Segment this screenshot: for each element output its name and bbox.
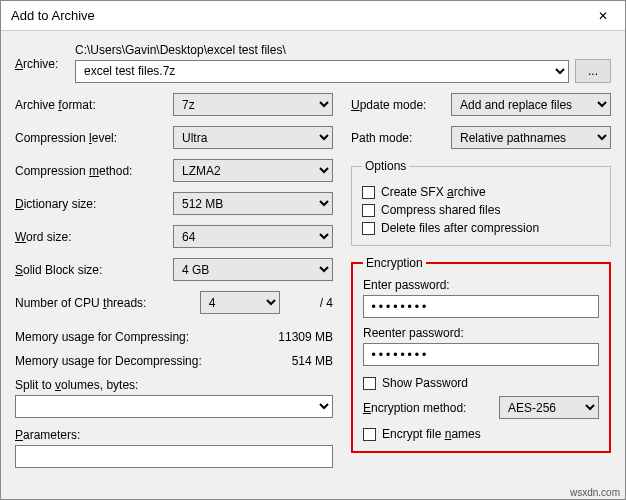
level-label: Compression level: xyxy=(15,131,165,145)
format-select[interactable]: 7z xyxy=(173,93,333,116)
shared-checkbox[interactable] xyxy=(362,204,375,217)
archive-filename-input[interactable]: excel test files.7z xyxy=(75,60,569,83)
cpu-total: / 4 xyxy=(320,296,333,310)
method-label: Compression method: xyxy=(15,164,165,178)
options-group: Options Create SFX archive Compress shar… xyxy=(351,159,611,246)
encryption-group: Encryption Enter password: Reenter passw… xyxy=(351,256,611,453)
show-password-label: Show Password xyxy=(382,376,468,390)
enter-password-label: Enter password: xyxy=(363,278,450,292)
level-select[interactable]: Ultra xyxy=(173,126,333,149)
archive-label: Archive:document.currentScript.previousE… xyxy=(15,43,75,71)
path-select[interactable]: Relative pathnames xyxy=(451,126,611,149)
path-label: Path mode: xyxy=(351,131,441,145)
enc-method-select[interactable]: AES-256 xyxy=(499,396,599,419)
update-label: Update mode: xyxy=(351,98,441,112)
reenter-password-input[interactable] xyxy=(363,343,599,366)
update-select[interactable]: Add and replace files xyxy=(451,93,611,116)
watermark: wsxdn.com xyxy=(570,487,620,498)
close-button[interactable]: ✕ xyxy=(580,1,625,31)
mem-decomp-label: Memory usage for Decompressing: xyxy=(15,354,202,368)
delete-checkbox[interactable] xyxy=(362,222,375,235)
enc-method-label: Encryption method: xyxy=(363,401,466,415)
split-input[interactable] xyxy=(15,395,333,418)
sfx-label: Create SFX archive xyxy=(381,185,486,199)
content-area: Archive:document.currentScript.previousE… xyxy=(1,31,625,499)
sfx-checkbox[interactable] xyxy=(362,186,375,199)
word-label: Word size: xyxy=(15,230,165,244)
show-password-checkbox[interactable] xyxy=(363,377,376,390)
titlebar: Add to Archive ✕ xyxy=(1,1,625,31)
close-icon: ✕ xyxy=(598,9,608,23)
delete-label: Delete files after compression xyxy=(381,221,539,235)
param-label: Parameters: xyxy=(15,428,80,442)
method-select[interactable]: LZMA2 xyxy=(173,159,333,182)
format-label: Archive format: xyxy=(15,98,165,112)
encryption-legend: Encryption xyxy=(363,256,426,270)
browse-label: ... xyxy=(588,64,598,78)
block-select[interactable]: 4 GB xyxy=(173,258,333,281)
reenter-password-label: Reenter password: xyxy=(363,326,464,340)
param-input[interactable] xyxy=(15,445,333,468)
dialog-window: Add to Archive ✕ Archive:document.curren… xyxy=(0,0,626,500)
word-select[interactable]: 64 xyxy=(173,225,333,248)
mem-comp-label: Memory usage for Compressing: xyxy=(15,330,189,344)
encrypt-names-label: Encrypt file names xyxy=(382,427,481,441)
window-title: Add to Archive xyxy=(11,8,95,23)
enter-password-input[interactable] xyxy=(363,295,599,318)
split-label: Split to volumes, bytes: xyxy=(15,378,138,392)
cpu-select[interactable]: 4 xyxy=(200,291,280,314)
cpu-label: Number of CPU threads: xyxy=(15,296,165,310)
mem-decomp-value: 514 MB xyxy=(292,354,333,368)
browse-button[interactable]: ... xyxy=(575,59,611,83)
encrypt-names-checkbox[interactable] xyxy=(363,428,376,441)
block-label: Solid Block size: xyxy=(15,263,165,277)
dict-select[interactable]: 512 MB xyxy=(173,192,333,215)
options-legend: Options xyxy=(362,159,409,173)
mem-comp-value: 11309 MB xyxy=(278,330,333,344)
dict-label: Dictionary size: xyxy=(15,197,165,211)
archive-path-text: C:\Users\Gavin\Desktop\excel test files\ xyxy=(75,43,611,57)
shared-label: Compress shared files xyxy=(381,203,500,217)
